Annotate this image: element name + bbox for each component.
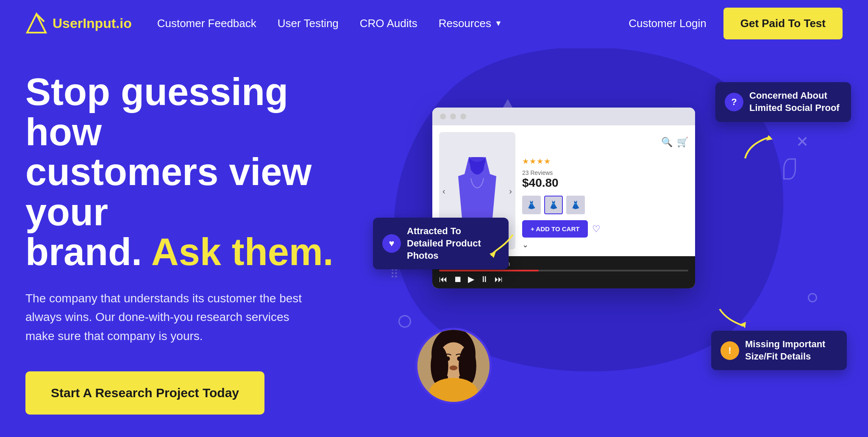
deco-dots: ⠿ [390,267,399,281]
video-controls: ⏮ ⏹ ▶ ⏸ ⏭ [439,274,688,284]
fast-forward-button[interactable]: ⏭ [495,274,503,284]
video-person-circle [415,328,492,404]
question-icon: ? [725,93,743,111]
hero-subtext: The company that understands its custome… [25,289,314,346]
svg-point-13 [450,365,458,370]
expand-icon[interactable]: ⌄ [522,240,688,249]
stop-button[interactable]: ⏹ [453,274,462,284]
arrow-missing [715,301,749,336]
missing-card-text: Missing Important Size/Fit Details [745,338,837,362]
arrow-attracted [483,230,517,266]
svg-point-15 [457,357,461,361]
nav-cro-audits[interactable]: CRO Audits [360,17,417,30]
product-dress-image [456,157,498,225]
reviews-text: 23 Reviews [522,169,688,176]
browser-dot-1 [440,113,446,119]
search-icon[interactable]: 🔍 [661,137,673,148]
nav-right: Customer Login Get Paid To Test [629,8,843,39]
logo-text: UserInput.io [53,16,132,31]
hero-heading: Stop guessing how customers view your br… [25,72,348,272]
nav-links: Customer Feedback User Testing CRO Audit… [157,17,629,30]
hero-illustration: ✕ 〜 ⠿ ‹ [381,74,843,412]
chevron-down-icon: ▼ [495,19,502,28]
customer-login-link[interactable]: Customer Login [629,17,707,30]
navigation: UserInput.io Customer Feedback User Test… [0,0,868,47]
nav-resources[interactable]: Resources ▼ [439,17,502,30]
thumbnail-row: 👗 👗 👗 [522,196,688,214]
logo[interactable]: UserInput.io [25,12,132,34]
product-price: $40.80 [522,176,688,190]
nav-customer-feedback[interactable]: Customer Feedback [157,17,256,30]
hero-left: Stop guessing how customers view your br… [25,72,348,415]
product-info: 🔍 🛒 ★★★★ 23 Reviews $40.80 👗 👗 👗 [522,132,688,249]
product-stars: ★★★★ [522,157,551,166]
svg-point-14 [446,357,450,361]
svg-marker-0 [27,14,46,33]
deco-circle-2 [808,293,817,302]
video-progress-fill [439,270,539,271]
next-image-icon[interactable]: › [509,186,512,196]
person-image [417,328,490,404]
rewind-button[interactable]: ⏮ [439,274,448,284]
prev-image-icon[interactable]: ‹ [442,186,445,196]
play-button[interactable]: ▶ [468,274,474,284]
browser-bar [432,108,695,125]
cart-icon[interactable]: 🛒 [677,137,688,148]
thumbnail-3[interactable]: 👗 [566,196,585,214]
thumbnail-1[interactable]: 👗 [522,196,541,214]
start-research-button[interactable]: Start A Research Project Today [25,371,264,415]
add-to-cart-row: + ADD TO CART ♡ [522,220,688,238]
concerned-card: ? Concerned About Limited Social Proof [715,82,851,122]
pause-button[interactable]: ⏸ [480,274,489,284]
thumbnail-2[interactable]: 👗 [544,196,563,214]
hero-section: Stop guessing how customers view your br… [0,47,868,437]
browser-dot-2 [450,113,456,119]
logo-icon [25,12,47,34]
arrow-concerned [741,133,775,169]
get-paid-to-test-button[interactable]: Get Paid To Test [723,8,843,39]
browser-dot-3 [460,113,466,119]
add-to-cart-button[interactable]: + ADD TO CART [522,220,588,238]
missing-card: ! Missing Important Size/Fit Details [711,331,847,370]
concerned-card-text: Concerned About Limited Social Proof [749,90,842,114]
heart-card-icon: ♥ [382,234,401,253]
video-progress-bar[interactable] [439,270,688,271]
exclamation-icon: ! [721,341,739,360]
nav-user-testing[interactable]: User Testing [278,17,339,30]
deco-x: ✕ [796,133,809,151]
wishlist-icon[interactable]: ♡ [592,224,601,235]
